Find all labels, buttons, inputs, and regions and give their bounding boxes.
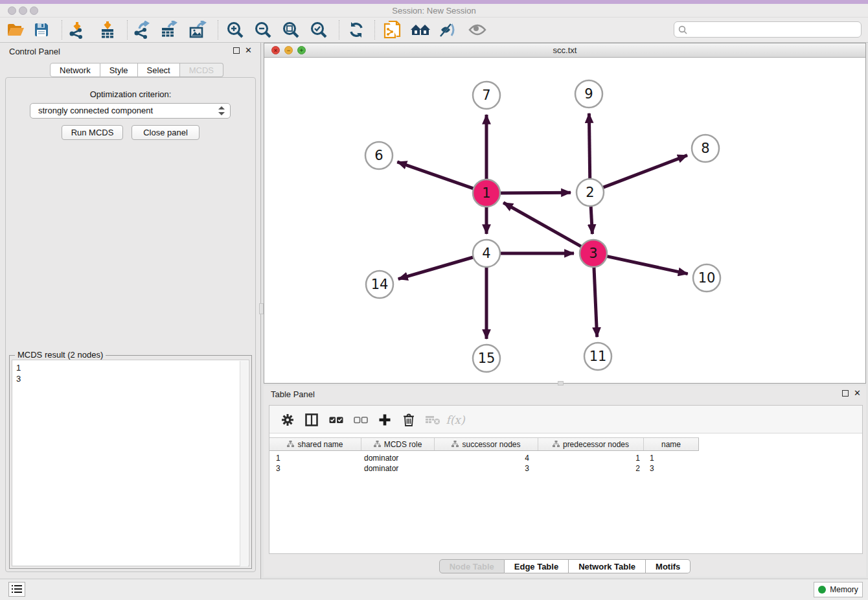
delete-column-button[interactable] xyxy=(399,410,418,430)
mcds-result-title: MCDS result (2 nodes) xyxy=(15,350,106,360)
clear-table-button[interactable] xyxy=(423,410,442,430)
cell-shared-name: 1 xyxy=(276,453,354,463)
search-field[interactable] xyxy=(674,21,862,38)
close-table-panel-icon[interactable]: ✕ xyxy=(854,388,861,398)
open-session-button[interactable] xyxy=(4,19,27,41)
gear-button[interactable] xyxy=(278,410,297,430)
zoom-fit-icon xyxy=(282,21,300,39)
cell-mcds-role: dominator xyxy=(364,463,429,474)
result-scrollbar[interactable] xyxy=(240,361,248,566)
zoom-in-button[interactable] xyxy=(223,19,247,41)
tab-node-table[interactable]: Node Table xyxy=(439,559,505,573)
column-header-shared-name[interactable]: shared name xyxy=(269,438,361,450)
memory-label: Memory xyxy=(830,585,858,594)
float-table-panel-icon[interactable] xyxy=(842,390,849,397)
save-session-button[interactable] xyxy=(30,19,53,41)
memory-button[interactable]: Memory xyxy=(814,582,863,597)
plus-icon xyxy=(378,413,391,426)
home-layout-button[interactable] xyxy=(409,19,432,41)
close-panel-button[interactable]: Close panel xyxy=(131,125,200,140)
cell-predecessor-nodes: 1 xyxy=(538,453,640,463)
tab-edge-table[interactable]: Edge Table xyxy=(505,559,569,573)
export-image-button[interactable] xyxy=(187,19,210,41)
trash-icon xyxy=(403,413,415,426)
splitter-grip[interactable] xyxy=(259,303,264,314)
toolbar-separator xyxy=(339,20,339,40)
main-titlebar: Session: New Session xyxy=(0,4,868,17)
graph-edge-3-1[interactable] xyxy=(503,203,584,248)
columns-button[interactable] xyxy=(302,410,321,430)
graph-edge-1-6[interactable] xyxy=(397,162,476,189)
select-all-icon xyxy=(329,415,343,424)
zoom-out-button[interactable] xyxy=(251,19,275,41)
table-row[interactable]: 1 dominator 4 1 1 xyxy=(269,453,863,463)
hide-details-button[interactable] xyxy=(466,19,489,41)
tab-mcds[interactable]: MCDS xyxy=(180,63,223,77)
import-network-button[interactable] xyxy=(65,19,89,41)
tab-motifs[interactable]: Motifs xyxy=(646,559,691,573)
function-builder-button[interactable]: f(x) xyxy=(446,410,465,430)
import-table-icon xyxy=(99,21,116,39)
graph-edge-1-2[interactable] xyxy=(497,192,571,193)
memory-status-icon xyxy=(818,586,826,594)
criterion-value: strongly connected component xyxy=(38,106,153,115)
zoom-fit-button[interactable] xyxy=(279,19,303,41)
export-table-button[interactable] xyxy=(158,19,181,41)
add-column-button[interactable] xyxy=(375,410,394,430)
graph-edge-4-14[interactable] xyxy=(398,257,476,279)
float-panel-icon[interactable] xyxy=(233,47,240,54)
search-icon xyxy=(678,25,687,34)
export-network-button[interactable] xyxy=(130,19,154,41)
refresh-button[interactable] xyxy=(345,19,368,41)
list-icon xyxy=(12,585,22,594)
criterion-select[interactable]: strongly connected component xyxy=(30,103,231,119)
table-row[interactable]: 3 dominator 3 2 3 xyxy=(269,463,863,474)
sort-hierarchy-icon xyxy=(553,441,560,448)
column-label: successor nodes xyxy=(462,440,520,449)
export-network-icon xyxy=(133,21,151,39)
tab-select[interactable]: Select xyxy=(138,63,180,77)
sort-hierarchy-icon xyxy=(287,441,294,448)
cell-mcds-role: dominator xyxy=(364,453,429,463)
column-header-name[interactable]: name xyxy=(644,438,699,450)
sort-hierarchy-icon xyxy=(451,441,459,448)
cell-successor-nodes: 3 xyxy=(435,463,529,474)
zoom-selected-button[interactable] xyxy=(307,19,330,41)
tab-style[interactable]: Style xyxy=(100,63,138,77)
column-header-predecessor-nodes[interactable]: predecessor nodes xyxy=(538,438,644,450)
search-input[interactable] xyxy=(690,25,861,34)
network-view-title: scc.txt xyxy=(264,45,865,55)
task-history-button[interactable] xyxy=(8,582,25,597)
graph-edge-3-11[interactable] xyxy=(594,264,597,337)
import-table-button[interactable] xyxy=(96,19,119,41)
result-line: 3 xyxy=(16,373,245,384)
graph-edge-2-8[interactable] xyxy=(600,156,687,189)
graph-edge-3-10[interactable] xyxy=(604,256,688,274)
graph-edge-2-9[interactable] xyxy=(589,113,589,181)
toggle-graphics-button[interactable] xyxy=(437,19,460,41)
run-mcds-button[interactable]: Run MCDS xyxy=(62,125,123,140)
table-header-row: shared name MCDS role successor nodes pr… xyxy=(269,437,699,451)
network-graph-canvas[interactable]: 1234678910111415 xyxy=(264,58,865,383)
toolbar-separator xyxy=(127,20,128,40)
column-header-mcds-role[interactable]: MCDS role xyxy=(361,438,435,450)
tab-network[interactable]: Network xyxy=(50,63,100,77)
splitter-grip-horizontal[interactable] xyxy=(558,381,564,386)
close-panel-icon[interactable]: ✕ xyxy=(245,45,252,55)
toggle-graphics-icon xyxy=(439,21,458,38)
mcds-result-text[interactable]: 1 3 xyxy=(12,360,249,566)
mcds-result-group: MCDS result (2 nodes) 1 3 xyxy=(9,355,252,569)
graph-node-label-6: 6 xyxy=(374,148,383,163)
zoom-in-icon xyxy=(226,21,244,39)
network-overview-button[interactable] xyxy=(381,19,404,41)
select-all-button[interactable] xyxy=(326,410,346,430)
graph-edge-2-3[interactable] xyxy=(591,203,593,234)
graph-node-label-1: 1 xyxy=(482,185,490,201)
refresh-icon xyxy=(348,21,365,38)
deselect-all-button[interactable] xyxy=(351,410,371,430)
column-header-successor-nodes[interactable]: successor nodes xyxy=(435,438,538,450)
network-window-titlebar[interactable]: × − + scc.txt xyxy=(264,43,865,58)
tab-network-table[interactable]: Network Table xyxy=(569,559,646,573)
graph-node-label-3: 3 xyxy=(589,246,597,261)
sort-hierarchy-icon xyxy=(374,441,381,448)
